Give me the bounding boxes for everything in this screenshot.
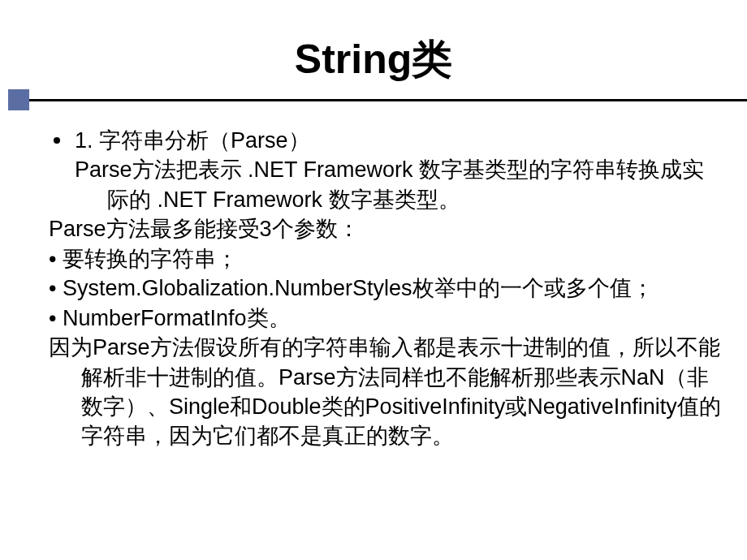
slide-title: String类 — [24, 32, 723, 87]
param-bullet-3: • NumberFormatInfo类。 — [24, 304, 723, 333]
param-bullet-2: • System.Globalization.NumberStyles枚举中的一… — [24, 274, 723, 303]
list-item: 1. 字符串分析（Parse） — [24, 126, 723, 155]
params-intro: Parse方法最多能接受3个参数： — [24, 214, 723, 243]
accent-square-icon — [8, 89, 29, 110]
bullet-icon — [54, 137, 60, 144]
final-paragraph: 因为Parse方法假设所有的字符串输入都是表示十进制的值，所以不能解析非十进制的… — [24, 333, 723, 451]
item1-heading: 1. 字符串分析（Parse） — [75, 126, 310, 155]
final-paragraph-text: 因为Parse方法假设所有的字符串输入都是表示十进制的值，所以不能解析非十进制的… — [49, 335, 721, 448]
param-bullet-1: • 要转换的字符串； — [24, 244, 723, 274]
accent-line — [29, 99, 747, 101]
item1-description: Parse方法把表示 .NET Framework 数字基类型的字符串转换成实际… — [24, 155, 723, 214]
slide: String类 1. 字符串分析（Parse） Parse方法把表示 .NET … — [0, 0, 747, 560]
slide-body: 1. 字符串分析（Parse） Parse方法把表示 .NET Framewor… — [24, 126, 723, 451]
accent-bar — [0, 97, 747, 102]
